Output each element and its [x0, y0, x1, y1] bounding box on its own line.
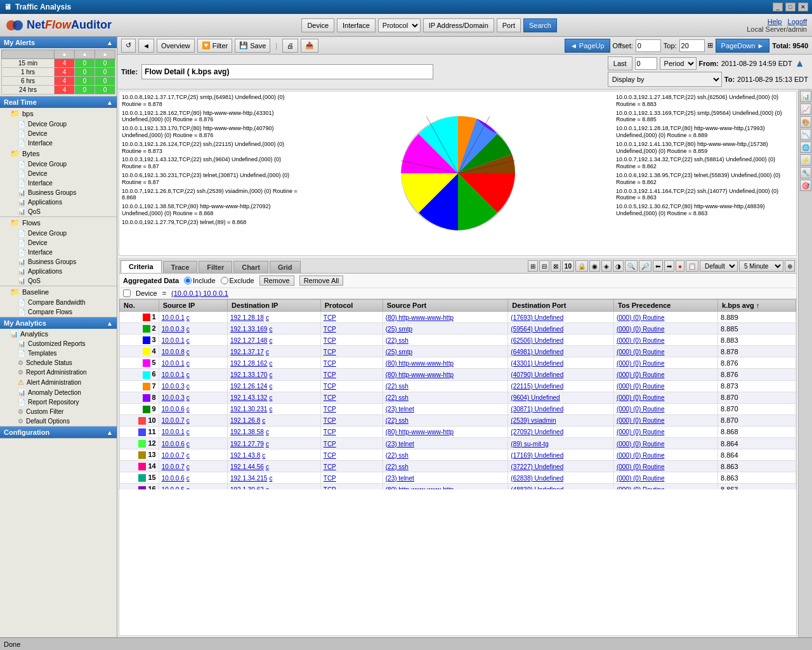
offset-input[interactable]: [636, 39, 661, 52]
src-ip-link[interactable]: 10.0.0.3: [162, 394, 185, 401]
proto-link[interactable]: TCP: [324, 441, 336, 448]
tool-btn-1[interactable]: ⊞: [528, 260, 538, 272]
tos-link[interactable]: (000) (0) Routine: [617, 314, 665, 321]
tab-criteria[interactable]: Criteria: [121, 260, 162, 273]
src-ip-link[interactable]: 10.0.0.6: [162, 475, 185, 482]
sidebar-item-flows-dev[interactable]: 📄 Device: [0, 238, 117, 248]
pagedown-button[interactable]: PageDown ►: [716, 39, 770, 53]
up-arrow-icon[interactable]: ▲: [795, 58, 805, 69]
sidebar-item-flows-bg[interactable]: 📊 Business Groups: [0, 257, 117, 267]
dport-link[interactable]: (59564) Undefined: [511, 326, 563, 333]
tool-btn-13[interactable]: ●: [676, 260, 684, 272]
sidebar-item-alert-admin[interactable]: ⚠ Alert Administration: [0, 377, 117, 388]
sidebar-item-templates[interactable]: 📄 Templates: [0, 348, 117, 358]
proto-link[interactable]: TCP: [324, 406, 336, 413]
dport-link[interactable]: (43301) Undefined: [511, 360, 563, 367]
protocol-select[interactable]: Protocol: [378, 18, 421, 32]
src-c-link[interactable]: c: [187, 314, 190, 321]
sidebar-item-anomaly[interactable]: 📊 Anomaly Detection: [0, 388, 117, 397]
filter-value[interactable]: (10.0.0.1) 10.0.0.1: [171, 289, 228, 297]
dst-c-link[interactable]: c: [262, 417, 265, 424]
dst-ip-link[interactable]: 192.1.26.8: [230, 417, 260, 424]
sidebar-item-rt-interface[interactable]: 📄 Interface: [0, 138, 117, 148]
src-c-link[interactable]: c: [187, 486, 190, 489]
dst-ip-link[interactable]: 192.1.30.62: [230, 486, 264, 489]
dst-c-link[interactable]: c: [269, 383, 272, 390]
src-c-link[interactable]: c: [187, 452, 190, 459]
dst-ip-link[interactable]: 192.1.30.231: [230, 406, 267, 413]
sidebar-item-bps[interactable]: 📁 bps: [0, 108, 117, 119]
proto-link[interactable]: TCP: [324, 394, 336, 401]
sport-link[interactable]: (80) http-www-www-http: [386, 371, 454, 378]
dst-c-link[interactable]: c: [269, 406, 272, 413]
dst-c-link[interactable]: c: [266, 441, 269, 448]
src-ip-link[interactable]: 10.0.0.1: [162, 337, 185, 344]
sport-link[interactable]: (80) http-www-www-http: [386, 486, 454, 489]
sport-link[interactable]: (23) telnet: [386, 475, 414, 482]
exclude-radio[interactable]: [221, 277, 228, 284]
device-button[interactable]: Device: [301, 18, 334, 32]
proto-link[interactable]: TCP: [324, 475, 336, 482]
proto-link[interactable]: TCP: [324, 428, 336, 435]
dst-ip-link[interactable]: 192.1.27.148: [230, 337, 267, 344]
dport-link[interactable]: (30871) Undefined: [511, 406, 563, 413]
flow-title-input[interactable]: [141, 64, 433, 79]
r-icon-6[interactable]: ⚡: [800, 154, 811, 166]
tool-btn-10[interactable]: 🔎: [639, 260, 652, 272]
proto-link[interactable]: TCP: [324, 360, 336, 367]
sport-link[interactable]: (23) telnet: [386, 441, 414, 448]
sport-link[interactable]: (25) smtp: [386, 326, 412, 333]
sport-link[interactable]: (22) ssh: [386, 337, 409, 344]
dport-link[interactable]: (17693) Undefined: [511, 314, 563, 321]
dport-link[interactable]: (89) su-mit-tg: [511, 441, 548, 448]
sport-link[interactable]: (25) smtp: [386, 348, 412, 355]
last-button[interactable]: Last: [608, 56, 632, 70]
tool-btn-11[interactable]: ⬅: [653, 260, 663, 272]
src-c-link[interactable]: c: [187, 348, 190, 355]
r-icon-8[interactable]: 🎯: [800, 180, 811, 191]
tab-grid[interactable]: Grid: [270, 261, 301, 273]
dst-c-link[interactable]: c: [262, 452, 265, 459]
display-by-select[interactable]: Display by: [608, 72, 722, 87]
dst-ip-link[interactable]: 192.1.43.132: [230, 394, 267, 401]
interface-button[interactable]: Interface: [337, 18, 376, 32]
tos-link[interactable]: (000) (0) Routine: [617, 360, 665, 367]
tool-btn-9[interactable]: 🔍: [625, 260, 638, 272]
restore-btn[interactable]: □: [785, 3, 796, 11]
dport-link[interactable]: (9604) Undefined: [511, 394, 560, 401]
sidebar-item-default-options[interactable]: ⚙ Default Options: [0, 416, 117, 426]
src-ip-link[interactable]: 10.0.0.3: [162, 326, 185, 333]
sidebar-item-report-repo[interactable]: 📄 Report Repository: [0, 397, 117, 407]
r-icon-2[interactable]: 📈: [800, 103, 811, 115]
src-c-link[interactable]: c: [187, 406, 190, 413]
tool-btn-6[interactable]: ◉: [589, 260, 600, 272]
minimize-btn[interactable]: _: [773, 3, 783, 11]
period-select[interactable]: Period: [660, 57, 697, 70]
sidebar-item-bytes[interactable]: 📁 Bytes: [0, 148, 117, 159]
remove-button[interactable]: Remove: [259, 275, 294, 286]
sidebar-item-flows[interactable]: 📁 Flows: [0, 217, 117, 229]
sport-link[interactable]: (22) ssh: [386, 417, 409, 424]
tos-link[interactable]: (000) (0) Routine: [617, 417, 665, 424]
dport-link[interactable]: (22115) Undefined: [511, 383, 563, 390]
dst-c-link[interactable]: c: [266, 428, 269, 435]
proto-link[interactable]: TCP: [324, 348, 336, 355]
close-btn[interactable]: ✕: [798, 3, 808, 11]
tool-btn-2[interactable]: ⊟: [539, 260, 549, 272]
r-icon-3[interactable]: 🎨: [800, 116, 811, 128]
tab-chart[interactable]: Chart: [233, 261, 268, 273]
dst-c-link[interactable]: c: [269, 337, 272, 344]
sidebar-item-custom-filter[interactable]: ⚙ Custom Filter: [0, 407, 117, 416]
my-alerts-header[interactable]: My Alerts ▲: [0, 37, 117, 48]
sidebar-item-bytes-dg[interactable]: 📄 Device Group: [0, 159, 117, 169]
dst-ip-link[interactable]: 192.1.33.170: [230, 371, 267, 378]
src-ip-link[interactable]: 10.0.0.7: [162, 463, 185, 470]
r-icon-5[interactable]: 🌐: [800, 142, 811, 153]
default-select[interactable]: Default: [700, 260, 738, 272]
dst-c-link[interactable]: c: [269, 326, 272, 333]
interval-select[interactable]: 5 Minute: [739, 260, 783, 272]
src-ip-link[interactable]: 10.0.0.5: [162, 486, 185, 489]
dst-ip-link[interactable]: 192.1.34.215: [230, 475, 267, 482]
dst-c-link[interactable]: c: [266, 348, 269, 355]
proto-link[interactable]: TCP: [324, 314, 336, 321]
